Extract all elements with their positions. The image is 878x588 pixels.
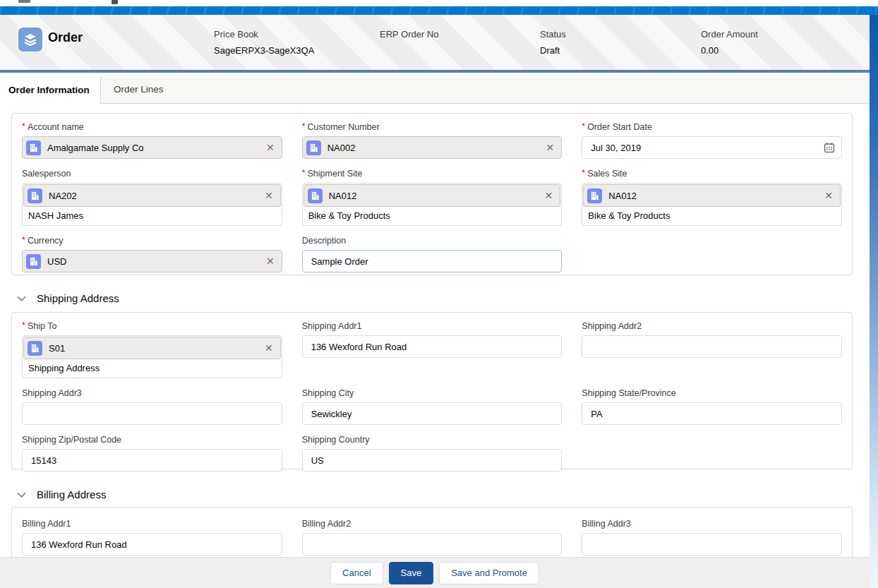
shipping-addr3-input[interactable]	[22, 402, 282, 425]
close-icon[interactable]: ✕	[546, 143, 555, 152]
order-start-date-input[interactable]	[582, 136, 842, 159]
tab-bar-rest: Order Lines	[101, 76, 870, 104]
header-field-price-book: Price Book SageERPX3-SageX3QA	[214, 29, 369, 56]
record-header: Order Price Book SageERPX3-SageX3QA ERP …	[0, 15, 870, 73]
field-label: Billing Addr3	[582, 519, 842, 529]
chevron-down-icon	[17, 492, 26, 498]
field-label: Customer Number	[302, 122, 563, 133]
header-field-value: 0.00	[701, 45, 856, 56]
tab-order-information[interactable]: Order Information	[0, 76, 101, 104]
lookup-value: NA002	[327, 143, 540, 153]
field-salesperson: Salesperson NA202 ✕ NASH James	[22, 169, 282, 226]
shipping-address-card: Ship To S01 ✕ Shipping Address Shipping …	[11, 312, 853, 469]
shipping-state-input[interactable]	[582, 402, 842, 425]
salesperson-lookup[interactable]: NA202 ✕	[23, 184, 281, 207]
field-shipping-city: Shipping City	[302, 388, 563, 425]
field-label: Billing Addr2	[302, 519, 563, 529]
close-icon[interactable]: ✕	[266, 256, 275, 266]
lookup-value: USD	[47, 256, 260, 267]
sales-site-lookup[interactable]: NA012 ✕	[583, 184, 841, 207]
header-field-status: Status Draft	[540, 29, 695, 56]
lookup-subtitle: Bike & Toy Products	[303, 207, 561, 224]
building-icon	[26, 140, 41, 155]
currency-lookup[interactable]: USD ✕	[22, 250, 282, 272]
chrome-remnant-mark	[18, 0, 30, 3]
shipping-zip-input[interactable]	[22, 449, 282, 472]
header-field-label: Status	[540, 29, 695, 40]
customer-number-lookup[interactable]: NA002 ✕	[302, 136, 563, 159]
lookup-value: S01	[49, 343, 258, 354]
header-field-label: Price Book	[214, 29, 369, 40]
building-icon	[28, 188, 42, 203]
ship-to-lookup[interactable]: S01 ✕	[23, 337, 281, 359]
billing-addr3-input[interactable]	[582, 533, 842, 556]
field-label: Ship To	[22, 321, 282, 332]
field-account-name: Account name Amalgamate Supply Co ✕	[22, 122, 282, 159]
tab-order-lines[interactable]: Order Lines	[101, 76, 189, 103]
header-field-order-amount: Order Amount 0.00	[701, 29, 856, 56]
field-shipping-country: Shipping Country	[302, 435, 563, 472]
header-field-value: SageERPX3-SageX3QA	[214, 45, 369, 56]
lookup-subtitle: Shipping Address	[23, 359, 281, 377]
billing-addr2-input[interactable]	[302, 533, 563, 556]
field-label: Shipment Site	[302, 169, 563, 179]
shipment-site-lookup-group: NA012 ✕ Bike & Toy Products	[302, 183, 563, 226]
close-icon[interactable]: ✕	[545, 191, 553, 200]
field-label: Shipping Addr2	[582, 321, 842, 332]
field-label: Order Start Date	[582, 122, 842, 133]
close-icon[interactable]: ✕	[265, 191, 273, 200]
shipping-country-input[interactable]	[302, 449, 563, 472]
building-icon	[26, 254, 41, 269]
field-billing-addr2: Billing Addr2	[302, 519, 563, 556]
lookup-value: Amalgamate Supply Co	[47, 143, 260, 153]
shipping-addr1-input[interactable]	[302, 335, 563, 358]
save-and-promote-button[interactable]: Save and Promote	[439, 562, 539, 584]
close-icon[interactable]: ✕	[824, 191, 833, 200]
salesperson-lookup-group: NA202 ✕ NASH James	[22, 183, 282, 226]
lookup-subtitle: Bike & Toy Products	[583, 207, 841, 224]
field-shipment-site: Shipment Site NA012 ✕ Bike & Toy Product…	[302, 169, 563, 226]
field-label: Shipping State/Province	[582, 388, 842, 399]
header-field-erp-order-no: ERP Order No	[380, 29, 535, 56]
field-sales-site: Sales Site NA012 ✕ Bike & Toy Products	[582, 169, 842, 226]
building-icon	[587, 188, 602, 203]
field-shipping-addr2: Shipping Addr2	[582, 321, 842, 358]
field-label: Billing Addr1	[22, 519, 282, 529]
field-ship-to: Ship To S01 ✕ Shipping Address	[22, 321, 282, 378]
account-name-lookup[interactable]: Amalgamate Supply Co ✕	[22, 136, 282, 159]
lookup-value: NA202	[49, 191, 258, 201]
tab-bar: Order Information Order Lines	[0, 76, 870, 104]
field-label: Shipping Country	[302, 435, 563, 445]
sales-site-lookup-group: NA012 ✕ Bike & Toy Products	[582, 183, 842, 226]
section-title: Billing Address	[37, 488, 106, 500]
field-currency: Currency USD ✕	[22, 236, 282, 272]
shipping-address-section-header[interactable]: Shipping Address	[17, 292, 119, 304]
close-icon[interactable]: ✕	[265, 343, 273, 353]
field-shipping-state: Shipping State/Province	[582, 388, 842, 425]
save-button[interactable]: Save	[389, 562, 434, 584]
field-label: Shipping Addr1	[302, 321, 563, 332]
page-background-rail	[870, 15, 878, 588]
shipping-city-input[interactable]	[302, 402, 563, 425]
calendar-icon[interactable]	[824, 142, 835, 153]
shipment-site-lookup[interactable]: NA012 ✕	[303, 184, 561, 207]
browser-chrome-strip	[0, 0, 878, 6]
billing-address-section-header[interactable]: Billing Address	[17, 488, 106, 500]
app-header-bar	[0, 6, 878, 15]
field-order-start-date: Order Start Date	[582, 122, 842, 159]
field-label: Currency	[22, 236, 282, 246]
field-billing-addr1: Billing Addr1	[22, 519, 282, 556]
status-value: Draft	[540, 45, 695, 56]
field-label: Account name	[22, 122, 282, 133]
cancel-button[interactable]: Cancel	[330, 562, 383, 584]
field-label: Salesperson	[22, 169, 282, 179]
billing-addr1-input[interactable]	[22, 533, 282, 556]
close-icon[interactable]: ✕	[266, 143, 275, 152]
field-billing-addr3: Billing Addr3	[582, 519, 842, 556]
description-input[interactable]	[302, 250, 563, 272]
shipping-addr2-input[interactable]	[582, 335, 842, 358]
header-field-value	[380, 45, 535, 56]
lookup-value: NA012	[608, 191, 818, 201]
field-shipping-zip: Shipping Zip/Postal Code	[22, 435, 282, 472]
page-title: Order	[48, 30, 83, 45]
